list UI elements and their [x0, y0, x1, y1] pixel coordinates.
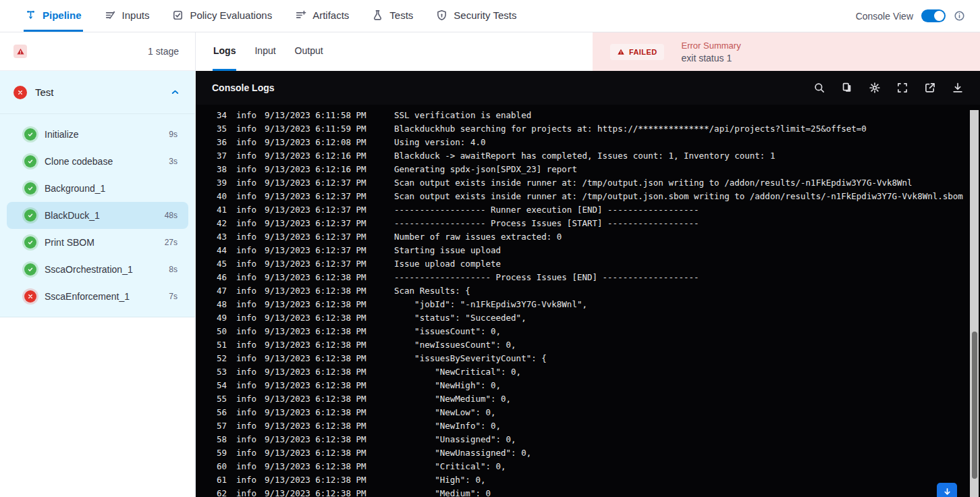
log-level: info [236, 311, 258, 325]
log-line: 34info9/13/2023 6:11:58 PMSSL verificati… [196, 109, 980, 122]
log-level: info [236, 487, 258, 497]
sidebar-step-print-sbom[interactable]: Print SBOM27s [7, 229, 188, 256]
log-level: info [236, 203, 258, 217]
log-line-number: 60 [196, 460, 227, 473]
log-message: "NewHigh": 0, [394, 379, 501, 392]
log-line-number: 58 [196, 433, 227, 446]
nav-tab-inputs[interactable]: Inputs [103, 0, 151, 32]
log-message: "High": 0, [394, 473, 485, 487]
log-message: "Medium": 0 [394, 487, 491, 497]
settings-icon[interactable] [869, 82, 881, 94]
log-level: info [236, 392, 258, 406]
log-level: info [236, 284, 258, 298]
log-timestamp: 9/13/2023 6:12:08 PM [265, 136, 373, 149]
nav-tab-label: Security Tests [454, 9, 516, 21]
log-message: Using version: 4.0 [394, 136, 485, 149]
top-nav-tabs: PipelineInputsPolicy EvaluationsArtifact… [24, 0, 518, 32]
step-name: BlackDuck_1 [45, 210, 100, 221]
chevron-up-icon[interactable] [170, 87, 180, 97]
step-duration: 8s [169, 265, 178, 274]
log-line-number: 48 [196, 298, 227, 311]
log-timestamp: 9/13/2023 6:12:37 PM [265, 244, 373, 257]
log-line: 54info9/13/2023 6:12:38 PM "NewHigh": 0, [196, 379, 980, 392]
console-scrollbar[interactable] [970, 110, 979, 497]
step-name: Clone codebase [45, 156, 113, 167]
nav-tab-label: Tests [389, 9, 413, 21]
log-view-tabs: LogsInputOutput [196, 32, 593, 71]
log-line-number: 34 [196, 109, 227, 122]
log-level: info [236, 271, 258, 284]
sidebar-step-blackduck-1[interactable]: BlackDuck_148s [7, 202, 188, 229]
sidebar-step-background-1[interactable]: Background_1 [7, 175, 188, 202]
log-timestamp: 9/13/2023 6:12:38 PM [265, 271, 373, 284]
log-level: info [236, 433, 258, 446]
execution-sidebar: 1 stage Test Initialize9sClone codebase3… [0, 32, 196, 497]
log-level: info [236, 325, 258, 338]
log-line: 55info9/13/2023 6:12:38 PM "NewMedium": … [196, 392, 980, 406]
log-timestamp: 9/13/2023 6:12:38 PM [265, 325, 373, 338]
step-duration: 7s [169, 292, 178, 301]
failed-status-badge: FAILED [610, 44, 664, 60]
log-timestamp: 9/13/2023 6:11:58 PM [265, 109, 373, 122]
log-message: "Unassigned": 0, [394, 433, 516, 446]
log-line: 48info9/13/2023 6:12:38 PM "jobId": "-n1… [196, 298, 980, 311]
download-icon[interactable] [952, 82, 964, 94]
nav-tab-security-tests[interactable]: Security Tests [435, 0, 518, 32]
log-message: "Critical": 0, [394, 460, 506, 473]
log-line: 47info9/13/2023 6:12:38 PMScan Results: … [196, 284, 980, 298]
scroll-to-bottom-button[interactable] [937, 483, 957, 497]
step-list: Initialize9sClone codebase3sBackground_1… [0, 114, 195, 310]
tab-output[interactable]: Output [294, 32, 324, 71]
log-line-number: 36 [196, 136, 227, 149]
log-level: info [236, 109, 258, 122]
sidebar-step-sscaorchestration-1[interactable]: SscaOrchestration_18s [7, 256, 188, 283]
tab-logs[interactable]: Logs [213, 32, 236, 71]
check-circle-icon [24, 263, 36, 276]
log-timestamp: 9/13/2023 6:12:38 PM [265, 473, 373, 487]
scrollbar-thumb[interactable] [972, 332, 977, 479]
console-view-toggle[interactable] [921, 9, 946, 22]
log-timestamp: 9/13/2023 6:12:38 PM [265, 446, 373, 460]
log-line: 39info9/13/2023 6:12:37 PMScan output ex… [196, 176, 980, 190]
copy-icon[interactable] [841, 82, 853, 94]
log-message: "NewCritical": 0, [394, 365, 521, 379]
stage-header-test[interactable]: Test [0, 71, 195, 114]
log-timestamp: 9/13/2023 6:12:37 PM [265, 176, 373, 190]
log-line-number: 51 [196, 338, 227, 352]
log-timestamp: 9/13/2023 6:12:38 PM [265, 338, 373, 352]
log-line-number: 46 [196, 271, 227, 284]
log-message: Scan output exists inside runner at: /tm… [394, 176, 913, 190]
sidebar-step-clone-codebase[interactable]: Clone codebase3s [7, 148, 188, 175]
stage-panel: Test Initialize9sClone codebase3sBackgro… [0, 71, 195, 317]
info-icon[interactable] [954, 10, 965, 22]
log-message: "NewLow": 0, [394, 406, 496, 419]
log-line-number: 50 [196, 325, 227, 338]
nav-tab-policy-evaluations[interactable]: Policy Evaluations [171, 0, 273, 32]
log-level: info [236, 365, 258, 379]
log-line-number: 61 [196, 473, 227, 487]
nav-tab-tests[interactable]: Tests [371, 0, 414, 32]
log-message: Number of raw issues extracted: 0 [394, 230, 562, 244]
log-line: 43info9/13/2023 6:12:37 PMNumber of raw … [196, 230, 980, 244]
log-timestamp: 9/13/2023 6:12:38 PM [265, 311, 373, 325]
tab-input[interactable]: Input [254, 32, 276, 71]
fullscreen-icon[interactable] [896, 82, 908, 94]
sidebar-step-initialize[interactable]: Initialize9s [7, 121, 188, 148]
stage-count-label: 1 stage [148, 46, 179, 57]
console-actions [813, 82, 964, 94]
search-icon[interactable] [813, 82, 825, 94]
log-level: info [236, 352, 258, 365]
step-name: SscaOrchestration_1 [45, 264, 133, 275]
console-header: Console Logs [196, 71, 980, 105]
log-level: info [236, 244, 258, 257]
sidebar-step-sscaenforcement-1[interactable]: SscaEnforcement_17s [7, 283, 188, 310]
nav-tab-pipeline[interactable]: Pipeline [24, 0, 83, 32]
stage-name: Test [35, 86, 54, 98]
log-timestamp: 9/13/2023 6:12:37 PM [265, 190, 373, 203]
topnav-right: Console View [856, 0, 980, 32]
error-summary-title: Error Summary [682, 41, 741, 51]
log-line: 45info9/13/2023 6:12:37 PMIssue upload c… [196, 257, 980, 271]
nav-tab-artifacts[interactable]: Artifacts [294, 0, 350, 32]
log-line-number: 35 [196, 122, 227, 136]
open-in-new-icon[interactable] [924, 82, 936, 94]
